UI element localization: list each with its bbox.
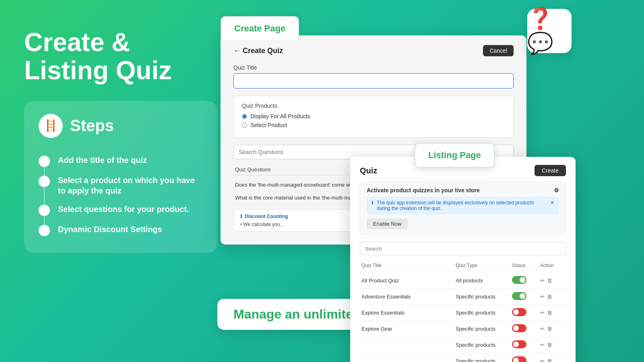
delete-icon[interactable]: 🗑 <box>547 278 552 284</box>
discount-info-bullet: • <box>240 222 244 227</box>
quiz-listing-panel: Quiz Create Activate product quizzes in … <box>350 157 576 362</box>
step-dot <box>39 205 50 216</box>
steps-list: Add the title of the quiz Select a produ… <box>39 151 203 240</box>
delete-icon[interactable]: 🗑 <box>547 294 552 300</box>
toggle-off[interactable] <box>512 324 526 332</box>
step-text-1: Add the title of the quiz <box>58 155 147 165</box>
delete-icon[interactable]: 🗑 <box>547 310 552 316</box>
manage-banner-plain: Manage an <box>233 307 303 321</box>
settings-icon[interactable]: ⚙ <box>554 187 559 193</box>
listing-row-1: Adventure Essentials Specific products ✏… <box>360 289 566 305</box>
toggle-off[interactable] <box>512 308 526 316</box>
enable-now-button[interactable]: Enable Now <box>367 218 408 229</box>
step-item: Select a product on which you have to ap… <box>39 171 203 200</box>
steps-card: 🪜 Steps Add the title of the quiz Select… <box>24 101 217 253</box>
listing-row-0: All Product Quiz All products ✏ 🗑 <box>360 273 566 289</box>
step-item: Add the title of the quiz <box>39 151 203 171</box>
panel-header: ← Create Quiz Cancel <box>233 45 514 56</box>
title-field-label: Quiz Title <box>233 64 514 71</box>
step-dot <box>39 156 50 167</box>
radio-all-products[interactable]: Display For All Products <box>242 113 505 119</box>
listing-row-3: Explore Gear Specific products ✏ 🗑 <box>360 321 566 337</box>
step-text-3: Select questions for your product. <box>58 204 189 214</box>
info-banner: ℹ The quiz app extension will be display… <box>367 197 559 214</box>
step-text-2: Select a product on which you have to ap… <box>58 175 203 196</box>
hero-title: Create & Listing Quiz <box>24 28 209 85</box>
close-banner-icon[interactable]: ✕ <box>550 200 554 206</box>
listing-panel-title: Quiz <box>360 166 377 175</box>
row-actions: ✏ 🗑 <box>540 326 564 332</box>
delete-icon[interactable]: 🗑 <box>547 326 552 332</box>
delete-icon[interactable]: 🗑 <box>547 358 552 362</box>
quiz-title-input[interactable] <box>233 73 514 88</box>
row-actions: ✏ 🗑 <box>540 294 564 300</box>
create-page-tab[interactable]: Create Page <box>221 16 299 40</box>
toggle-off[interactable] <box>512 340 526 348</box>
quiz-products-section: Quiz Products Display For All Products S… <box>233 96 514 138</box>
panel-back: ← Create Quiz <box>233 47 283 55</box>
edit-icon[interactable]: ✏ <box>540 294 545 300</box>
toggle-on[interactable] <box>512 276 526 284</box>
step-text-4: Dynamic Discount Settings <box>58 224 162 234</box>
edit-icon[interactable]: ✏ <box>540 278 545 284</box>
steps-title: Steps <box>70 117 114 135</box>
activate-section: Activate product quizzes in your live st… <box>360 182 566 234</box>
listing-row-4: Specific products ✏ 🗑 <box>360 337 566 353</box>
edit-icon[interactable]: ✏ <box>540 326 545 332</box>
radio-select-product[interactable]: Select Product <box>242 122 505 128</box>
step-item: Select questions for your product. <box>39 200 203 220</box>
quiz-products-title: Quiz Products <box>242 103 505 109</box>
activate-title: Activate product quizzes in your live st… <box>367 187 559 193</box>
info-icon: ℹ <box>372 200 374 206</box>
listing-page-tab[interactable]: Listing Page <box>415 143 495 168</box>
edit-icon[interactable]: ✏ <box>540 342 545 348</box>
delete-icon[interactable]: 🗑 <box>547 342 552 348</box>
listing-row-5: Specific products ✏ 🗑 <box>360 353 566 362</box>
toggle-off[interactable] <box>512 356 526 362</box>
row-actions: ✏ 🗑 <box>540 358 564 362</box>
cancel-button[interactable]: Cancel <box>483 45 514 56</box>
edit-icon[interactable]: ✏ <box>540 358 545 362</box>
steps-icon: 🪜 <box>39 114 63 138</box>
row-actions: ✏ 🗑 <box>540 278 564 284</box>
hero-section: Create & Listing Quiz 🪜 Steps Add the ti… <box>24 28 209 253</box>
listing-table-header: Quiz Title Quiz Type Status Action <box>360 260 566 271</box>
row-actions: ✏ 🗑 <box>540 342 564 348</box>
chat-icon-box[interactable]: ❓💬 <box>527 9 572 53</box>
listing-search-input[interactable] <box>360 242 566 255</box>
toggle-on[interactable] <box>512 292 526 300</box>
row-actions: ✏ 🗑 <box>540 310 564 316</box>
step-dot <box>39 225 50 236</box>
steps-header: 🪜 Steps <box>39 114 203 138</box>
create-quiz-button[interactable]: Create <box>535 165 566 176</box>
step-line <box>44 187 45 207</box>
edit-icon[interactable]: ✏ <box>540 310 545 316</box>
info-icon: ℹ <box>240 214 242 219</box>
step-dot <box>39 176 50 187</box>
listing-row-2: Explore Essentials Specific products ✏ 🗑 <box>360 305 566 321</box>
chat-icon: ❓💬 <box>527 6 572 56</box>
step-item: Dynamic Discount Settings <box>39 220 203 240</box>
